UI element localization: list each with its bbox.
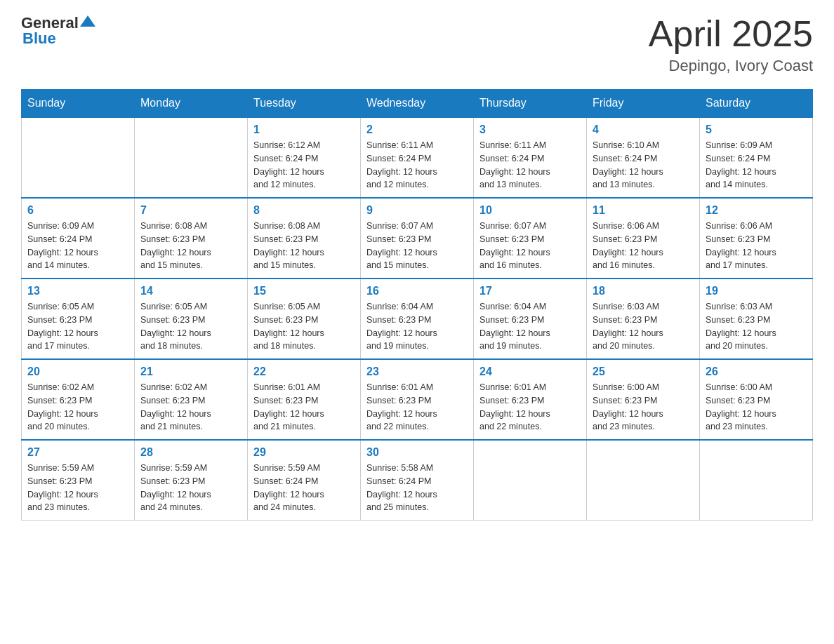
cell-info-text: Sunrise: 6:02 AMSunset: 6:23 PMDaylight:… [140,381,241,434]
cell-day-number: 13 [27,285,128,297]
cell-info-text: Sunrise: 6:09 AMSunset: 6:24 PMDaylight:… [27,220,128,272]
cell-info-text: Sunrise: 6:07 AMSunset: 6:23 PMDaylight:… [366,220,468,272]
calendar-cell: 11Sunrise: 6:06 AMSunset: 6:23 PMDayligh… [587,198,700,279]
cell-info-text: Sunrise: 6:11 AMSunset: 6:24 PMDaylight:… [366,139,468,192]
cell-day-number: 19 [706,285,807,297]
cell-day-number: 29 [253,446,355,459]
calendar-header-monday: Monday [135,90,248,118]
cell-info-text: Sunrise: 6:03 AMSunset: 6:23 PMDaylight:… [706,300,807,353]
location: Depingo, Ivory Coast [649,57,813,75]
calendar-cell: 5Sunrise: 6:09 AMSunset: 6:24 PMDaylight… [700,117,813,198]
calendar-cell: 25Sunrise: 6:00 AMSunset: 6:23 PMDayligh… [587,359,700,440]
cell-info-text: Sunrise: 6:04 AMSunset: 6:23 PMDaylight:… [479,300,581,353]
cell-day-number: 16 [366,285,468,297]
calendar-cell: 8Sunrise: 6:08 AMSunset: 6:23 PMDaylight… [248,198,361,279]
cell-info-text: Sunrise: 6:03 AMSunset: 6:23 PMDaylight:… [593,300,694,353]
calendar-cell [700,440,813,521]
cell-day-number: 3 [479,123,581,136]
calendar-week-row: 1Sunrise: 6:12 AMSunset: 6:24 PMDaylight… [22,117,813,198]
calendar-cell [135,117,248,198]
cell-info-text: Sunrise: 6:01 AMSunset: 6:23 PMDaylight:… [253,381,355,434]
cell-day-number: 11 [593,204,694,217]
calendar-header-friday: Friday [587,90,700,118]
calendar-cell: 23Sunrise: 6:01 AMSunset: 6:23 PMDayligh… [361,359,474,440]
calendar-cell: 19Sunrise: 6:03 AMSunset: 6:23 PMDayligh… [700,279,813,359]
calendar-cell: 7Sunrise: 6:08 AMSunset: 6:23 PMDaylight… [135,198,248,279]
calendar-cell: 3Sunrise: 6:11 AMSunset: 6:24 PMDaylight… [474,117,587,198]
cell-info-text: Sunrise: 6:05 AMSunset: 6:23 PMDaylight:… [253,300,355,353]
cell-day-number: 2 [366,123,468,136]
cell-day-number: 10 [479,204,581,217]
cell-day-number: 1 [253,123,355,136]
calendar-week-row: 27Sunrise: 5:59 AMSunset: 6:23 PMDayligh… [22,440,813,521]
cell-info-text: Sunrise: 6:12 AMSunset: 6:24 PMDaylight:… [253,139,355,192]
cell-day-number: 8 [253,204,355,217]
cell-day-number: 27 [27,446,128,459]
cell-info-text: Sunrise: 6:01 AMSunset: 6:23 PMDaylight:… [479,381,581,434]
cell-day-number: 22 [253,365,355,378]
cell-info-text: Sunrise: 5:59 AMSunset: 6:23 PMDaylight:… [140,462,241,514]
cell-info-text: Sunrise: 6:08 AMSunset: 6:23 PMDaylight:… [253,220,355,272]
cell-day-number: 15 [253,285,355,297]
cell-day-number: 9 [366,204,468,217]
calendar-header-saturday: Saturday [700,90,813,118]
calendar-header-tuesday: Tuesday [248,90,361,118]
cell-day-number: 5 [706,123,807,136]
cell-day-number: 23 [366,365,468,378]
cell-info-text: Sunrise: 5:59 AMSunset: 6:23 PMDaylight:… [27,462,128,514]
cell-info-text: Sunrise: 6:02 AMSunset: 6:23 PMDaylight:… [27,381,128,434]
cell-day-number: 20 [27,365,128,378]
calendar-cell: 1Sunrise: 6:12 AMSunset: 6:24 PMDaylight… [248,117,361,198]
cell-info-text: Sunrise: 6:00 AMSunset: 6:23 PMDaylight:… [593,381,694,434]
cell-info-text: Sunrise: 6:09 AMSunset: 6:24 PMDaylight:… [706,139,807,192]
calendar-cell: 2Sunrise: 6:11 AMSunset: 6:24 PMDaylight… [361,117,474,198]
cell-info-text: Sunrise: 6:05 AMSunset: 6:23 PMDaylight:… [140,300,241,353]
calendar-cell: 20Sunrise: 6:02 AMSunset: 6:23 PMDayligh… [22,359,135,440]
calendar-cell: 26Sunrise: 6:00 AMSunset: 6:23 PMDayligh… [700,359,813,440]
calendar-week-row: 13Sunrise: 6:05 AMSunset: 6:23 PMDayligh… [22,279,813,359]
calendar-header-row: SundayMondayTuesdayWednesdayThursdayFrid… [22,90,813,118]
svg-marker-0 [80,15,95,27]
calendar-cell: 4Sunrise: 6:10 AMSunset: 6:24 PMDaylight… [587,117,700,198]
cell-info-text: Sunrise: 6:06 AMSunset: 6:23 PMDaylight:… [593,220,694,272]
logo: General Blue [21,14,95,48]
cell-info-text: Sunrise: 6:11 AMSunset: 6:24 PMDaylight:… [479,139,581,192]
calendar-cell: 12Sunrise: 6:06 AMSunset: 6:23 PMDayligh… [700,198,813,279]
cell-info-text: Sunrise: 5:59 AMSunset: 6:24 PMDaylight:… [253,462,355,514]
cell-day-number: 7 [140,204,241,217]
calendar-header-thursday: Thursday [474,90,587,118]
cell-day-number: 12 [706,204,807,217]
month-title: April 2025 [649,14,813,54]
cell-day-number: 26 [706,365,807,378]
calendar-cell: 21Sunrise: 6:02 AMSunset: 6:23 PMDayligh… [135,359,248,440]
calendar-cell: 13Sunrise: 6:05 AMSunset: 6:23 PMDayligh… [22,279,135,359]
cell-info-text: Sunrise: 5:58 AMSunset: 6:24 PMDaylight:… [366,462,468,514]
calendar-cell: 24Sunrise: 6:01 AMSunset: 6:23 PMDayligh… [474,359,587,440]
cell-day-number: 6 [27,204,128,217]
cell-day-number: 21 [140,365,241,378]
cell-info-text: Sunrise: 6:08 AMSunset: 6:23 PMDaylight:… [140,220,241,272]
calendar-cell: 15Sunrise: 6:05 AMSunset: 6:23 PMDayligh… [248,279,361,359]
cell-info-text: Sunrise: 6:04 AMSunset: 6:23 PMDaylight:… [366,300,468,353]
logo-triangle-icon [80,14,95,29]
calendar-cell: 10Sunrise: 6:07 AMSunset: 6:23 PMDayligh… [474,198,587,279]
calendar-cell: 29Sunrise: 5:59 AMSunset: 6:24 PMDayligh… [248,440,361,521]
cell-day-number: 14 [140,285,241,297]
calendar-header-sunday: Sunday [22,90,135,118]
calendar-cell: 9Sunrise: 6:07 AMSunset: 6:23 PMDaylight… [361,198,474,279]
cell-info-text: Sunrise: 6:00 AMSunset: 6:23 PMDaylight:… [706,381,807,434]
calendar-cell: 16Sunrise: 6:04 AMSunset: 6:23 PMDayligh… [361,279,474,359]
calendar-cell [22,117,135,198]
calendar-header-wednesday: Wednesday [361,90,474,118]
cell-day-number: 24 [479,365,581,378]
cell-info-text: Sunrise: 6:05 AMSunset: 6:23 PMDaylight:… [27,300,128,353]
cell-day-number: 17 [479,285,581,297]
calendar-cell [587,440,700,521]
cell-day-number: 4 [593,123,694,136]
calendar-cell: 30Sunrise: 5:58 AMSunset: 6:24 PMDayligh… [361,440,474,521]
calendar-cell [474,440,587,521]
calendar-table: SundayMondayTuesdayWednesdayThursdayFrid… [21,89,813,521]
calendar-cell: 14Sunrise: 6:05 AMSunset: 6:23 PMDayligh… [135,279,248,359]
cell-day-number: 28 [140,446,241,459]
cell-info-text: Sunrise: 6:01 AMSunset: 6:23 PMDaylight:… [366,381,468,434]
